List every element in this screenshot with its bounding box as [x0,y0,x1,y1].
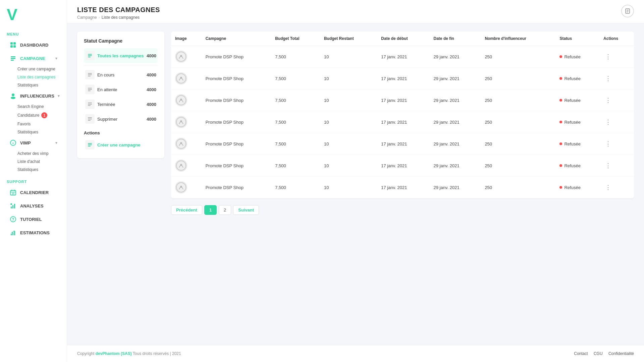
action-menu-button-3[interactable]: ⋮ [603,117,613,127]
col-image: Image [171,32,202,46]
search-engine-label: Search Engine [17,104,44,109]
cell-budget-restant-2: 10 [320,89,377,111]
svg-rect-30 [88,55,92,56]
svg-rect-42 [88,119,92,119]
sidebar-sub-favoris[interactable]: Favoris [17,120,67,128]
action-menu-button-5[interactable]: ⋮ [603,161,613,170]
cell-actions-0: ⋮ [599,46,634,68]
cell-actions-4: ⋮ [599,133,634,155]
svg-point-60 [180,186,182,188]
cell-nb-influenceur-4: 250 [481,133,555,155]
table-row: Promote DSP Shop 7,500 10 17 janv. 2021 … [171,111,634,133]
action-menu-button-0[interactable]: ⋮ [603,52,613,61]
footer-cgu-link[interactable]: CGU [594,351,603,356]
action-menu-button-2[interactable]: ⋮ [603,96,613,105]
cell-nb-influenceur-1: 250 [481,68,555,89]
cell-nb-influenceur-0: 250 [481,46,555,68]
status-dot-3 [559,121,562,123]
calendrier-icon: 25 [9,189,17,196]
prev-button[interactable]: Précédent [171,205,202,215]
next-button[interactable]: Suivant [233,205,259,215]
profile-icon-button[interactable] [621,5,634,17]
status-label-4: Refusée [564,141,580,146]
cell-actions-5: ⋮ [599,155,634,177]
create-campaign-link[interactable]: Créer une campagne [84,138,158,152]
status-en-cours-count: 4000 [147,72,156,77]
sidebar-item-analyses[interactable]: ANALYSES [3,199,64,212]
footer-contact-link[interactable]: Contact [574,351,588,356]
sidebar-item-dashboard-label: DASHBOARD [20,43,49,48]
cell-date-debut-0: 17 janv. 2021 [377,46,429,68]
status-row-en-attente[interactable]: En attente 4000 [84,82,158,97]
svg-rect-32 [88,73,92,74]
sidebar-sub-stats-inf[interactable]: Statistiques [17,128,67,136]
status-row-supprimer[interactable]: Supprimer 4000 [84,112,158,126]
status-row-terminee[interactable]: Terminée 4000 [84,97,158,112]
col-budget-total: Budget Total [271,32,320,46]
sidebar-sub-candidature[interactable]: Candidature 1 [17,111,67,120]
campagne-submenu: Créer une campagne Liste des campagnes S… [0,65,67,89]
svg-rect-4 [11,56,15,57]
table-row: Promote DSP Shop 7,500 10 17 janv. 2021 … [171,155,634,177]
action-menu-button-4[interactable]: ⋮ [603,139,613,148]
table-row: Promote DSP Shop 7,500 10 17 janv. 2021 … [171,177,634,198]
pagination: Précédent 1 2 Suivant [171,205,634,215]
svg-point-19 [10,203,12,205]
sidebar-sub-liste-campagnes[interactable]: Liste des campagnes [17,73,67,81]
creer-campagne-label: Créer une campagne [17,67,55,71]
status-badge-0: Refusée [559,54,595,59]
svg-rect-34 [88,76,91,76]
status-dot-6 [559,186,562,189]
cell-budget-total-0: 7,500 [271,46,320,68]
influenceurs-submenu: Search Engine Candidature 1 Favoris Stat… [0,103,67,136]
page-1-button[interactable]: 1 [204,205,217,215]
sidebar-sub-liste-achat[interactable]: Liste d'achat [17,158,67,166]
breadcrumb-campagne[interactable]: Campagne [77,15,97,20]
breadcrumb-current: Liste des campagnes [102,15,140,20]
footer: Copyright devPhantom (SAS) Tous droits r… [67,345,644,362]
status-label-1: Refusée [564,76,580,81]
sidebar-item-campagne[interactable]: CAMPAGNE ▾ [3,52,64,65]
sidebar-sub-stats-campagne[interactable]: Statistiques [17,81,67,89]
sidebar-item-vimp[interactable]: V VIMP ▾ [3,136,64,149]
svg-rect-44 [88,143,92,144]
status-terminee-icon [85,100,95,109]
svg-rect-46 [88,146,91,146]
status-badge-2: Refusée [559,98,595,103]
liste-campagnes-label: Liste des campagnes [17,75,55,79]
campaigns-table: Image Campagne Budget Total Budget Resta… [171,32,634,198]
cell-campagne-3: Promote DSP Shop [202,111,271,133]
sidebar-sub-stats-vimp[interactable]: Statistiques [17,166,67,174]
stats-vimp-label: Statistiques [17,167,38,172]
sidebar-item-dashboard[interactable]: DASHBOARD [3,39,64,51]
sidebar-item-influenceurs[interactable]: INFLUENCEURS ▾ [3,89,64,102]
cell-budget-restant-5: 10 [320,155,377,177]
action-menu-button-1[interactable]: ⋮ [603,74,613,83]
svg-rect-41 [88,117,92,118]
sidebar-sub-acheter-vimp[interactable]: Acheter des vimp [17,149,67,158]
cell-date-fin-3: 29 janv. 2021 [430,111,481,133]
page-2-button[interactable]: 2 [219,205,231,215]
influenceurs-icon [9,92,17,100]
sidebar-item-calendrier[interactable]: 25 CALENDRIER [3,186,64,199]
action-menu-button-6[interactable]: ⋮ [603,183,613,192]
sidebar-sub-creer-campagne[interactable]: Créer une campagne [17,65,67,73]
status-row-all[interactable]: Toutes les campagnes 4000 [84,48,158,63]
table-row: Promote DSP Shop 7,500 10 17 janv. 2021 … [171,89,634,111]
cell-budget-total-5: 7,500 [271,155,320,177]
sidebar-item-tutoriel[interactable]: ? TUTORIEL [3,213,64,226]
sidebar-sub-search-engine[interactable]: Search Engine [17,103,67,111]
col-nb-influenceur: Nombre d'influenceur [481,32,555,46]
col-date-debut: Date de début [377,32,429,46]
svg-rect-18 [14,204,15,208]
status-en-cours-label: En cours [97,72,144,77]
status-row-en-cours[interactable]: En cours 4000 [84,67,158,82]
actions-title: Actions [84,130,158,135]
create-campaign-icon [85,140,95,149]
sidebar-item-estimations[interactable]: ESTIMATIONS [3,226,64,239]
footer-confidentialite-link[interactable]: Confidentialité [608,351,634,356]
campaign-img-1 [175,72,187,84]
dashboard-icon [9,41,17,49]
campaign-img-3 [175,116,187,128]
status-dot-2 [559,99,562,102]
